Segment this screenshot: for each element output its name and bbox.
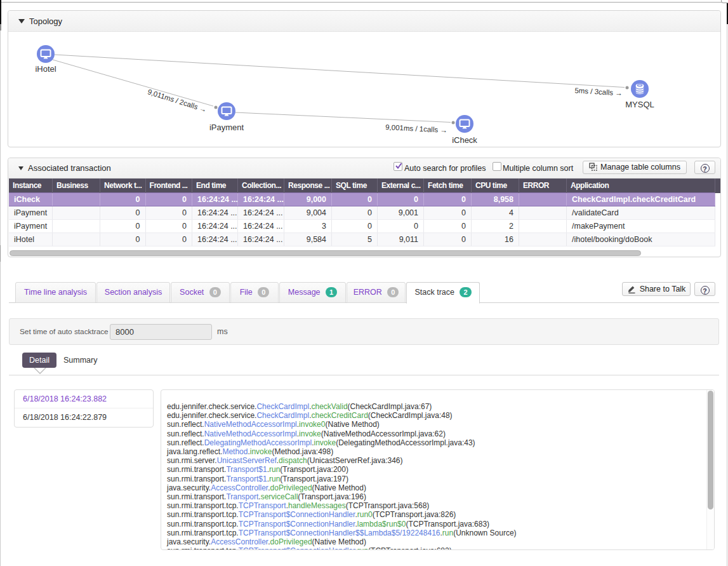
svg-text:iHotel: iHotel	[35, 64, 56, 74]
svg-text:9,001ms / 1calls →: 9,001ms / 1calls →	[385, 123, 447, 134]
svg-text:5ms / 3calls →: 5ms / 3calls →	[574, 86, 623, 97]
svg-text:9,011ms / 2calls →: 9,011ms / 2calls →	[147, 88, 208, 114]
svg-text:MYSQL: MYSQL	[625, 100, 654, 109]
svg-text:iPayment: iPayment	[209, 123, 244, 132]
svg-text:iCheck: iCheck	[452, 135, 477, 145]
